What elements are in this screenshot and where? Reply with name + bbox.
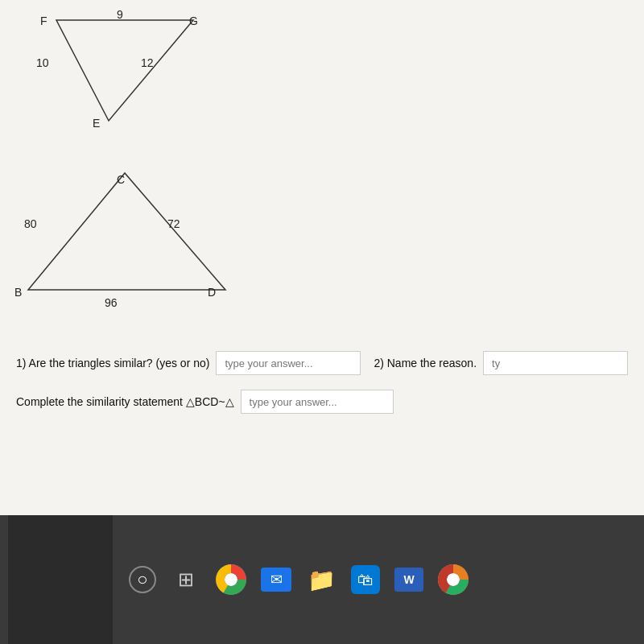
taskbar-left-panel (8, 515, 113, 644)
svg-point-4 (226, 575, 236, 584)
vertex-f-label: F (40, 14, 47, 27)
q1-answer-input[interactable] (216, 351, 361, 375)
vertex-g-label: G (189, 14, 198, 27)
taskbar-icons: ○ ⊞ ✉ 📁 🛍 W (129, 564, 469, 595)
main-content: F 9 G 10 12 E C 80 72 B 96 D 1) Are the … (0, 0, 644, 515)
mail-icon[interactable]: ✉ (261, 568, 291, 592)
store-icon[interactable]: 🛍 (351, 565, 380, 594)
word-icon[interactable]: W (394, 568, 423, 592)
chrome-icon[interactable] (216, 564, 246, 595)
q2-label: 2) Name the reason. (374, 357, 477, 369)
side-10-label: 10 (36, 56, 49, 69)
task-view-icon[interactable]: ⊞ (171, 564, 201, 595)
side-9-label: 9 (117, 8, 123, 21)
vertex-d-label: D (208, 286, 216, 299)
q1-label: 1) Are the triangles similar? (yes or no… (16, 357, 209, 369)
side-72-label: 72 (167, 217, 180, 230)
side-80-label: 80 (24, 217, 37, 230)
folder-icon[interactable]: 📁 (306, 564, 336, 595)
svg-marker-1 (28, 173, 225, 290)
q3-answer-input[interactable] (241, 390, 394, 414)
taskbar: ○ ⊞ ✉ 📁 🛍 W (0, 515, 644, 644)
svg-marker-0 (56, 20, 193, 121)
chrome2-icon[interactable] (438, 564, 469, 595)
search-icon[interactable]: ○ (129, 566, 156, 593)
vertex-e-label: E (93, 117, 100, 130)
question-row-2: Complete the similarity statement △BCD~△ (16, 390, 628, 414)
side-12-label: 12 (141, 56, 154, 69)
triangle-feg (32, 12, 209, 137)
questions-area: 1) Are the triangles similar? (yes or no… (0, 338, 644, 441)
vertex-b-label: B (14, 286, 22, 299)
vertex-c-label: C (117, 173, 125, 186)
side-96-label: 96 (105, 296, 118, 309)
question-row-1: 1) Are the triangles similar? (yes or no… (16, 351, 628, 375)
q2-answer-input[interactable] (483, 351, 628, 375)
q3-label: Complete the similarity statement △BCD~△ (16, 395, 234, 408)
svg-point-7 (448, 575, 458, 584)
